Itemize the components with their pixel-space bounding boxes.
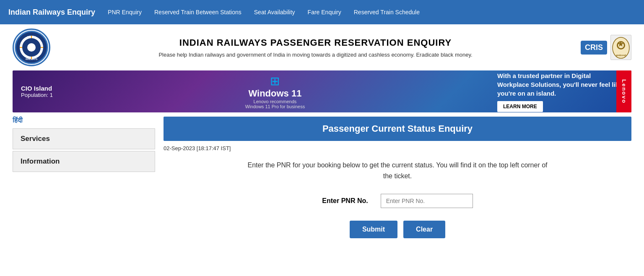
main-title: INDIAN RAILWAYS PASSENGER RESERVATION EN… <box>59 37 572 48</box>
page-title-block: INDIAN RAILWAYS PASSENGER RESERVATION EN… <box>50 37 581 58</box>
page-header: · INDIAN · RAILWAYS INDIAN RAILWAYS PASS… <box>0 24 644 70</box>
sidebar-item-information[interactable]: Information <box>13 151 155 172</box>
sidebar: हिंदी Services Information <box>13 117 155 238</box>
pnr-form-row: Enter PNR No. <box>164 194 631 208</box>
clear-button[interactable]: Clear <box>403 221 445 238</box>
main-layout: हिंदी Services Information Passenger Cur… <box>0 117 644 238</box>
hindi-link[interactable]: हिंदी <box>13 117 155 124</box>
ad-banner: CIO Island Population: 1 ⊞ Windows 11 Le… <box>13 70 631 112</box>
nav-fare-enquiry[interactable]: Fare Enquiry <box>308 9 341 16</box>
pnr-label: Enter PNR No. <box>322 197 368 205</box>
pnr-input[interactable] <box>381 194 473 208</box>
main-subtitle: Please help Indian railways and governme… <box>59 52 572 58</box>
nav-seat-availability[interactable]: Seat Availability <box>254 9 295 16</box>
lenovo-sidebar: Lenovo <box>616 70 631 112</box>
svg-text:सत्यमेव जयते: सत्यमेव जयते <box>615 54 626 57</box>
nav-reserved-train-schedule[interactable]: Reserved Train Schedule <box>354 9 420 16</box>
windows-logo-icon: ⊞ <box>245 74 305 88</box>
ad-windows-section: ⊞ Windows 11 Lenovo recommendsWindows 11… <box>245 74 305 109</box>
railways-logo: · INDIAN · RAILWAYS <box>13 29 50 66</box>
navbar: Indian Railways Enquiry PNR Enquiry Rese… <box>0 0 644 24</box>
button-row: Submit Clear <box>164 221 631 238</box>
content-area: Passenger Current Status Enquiry 02-Sep-… <box>164 117 631 238</box>
windows-subtext: Lenovo recommendsWindows 11 Pro for busi… <box>245 99 305 109</box>
nav-reserved-train-between[interactable]: Reserved Train Between Stations <box>154 9 242 16</box>
brand-title: Indian Railways Enquiry <box>8 8 95 17</box>
cris-emblem: सत्यमेव जयते <box>610 35 631 60</box>
cris-logo-block: CRIS सत्यमेव जयते <box>581 35 631 60</box>
ad-left-text: CIO Island Population: 1 <box>21 85 53 98</box>
learn-more-button[interactable]: LEARN MORE <box>497 101 543 112</box>
timestamp: 02-Sep-2023 [18:17:47 IST] <box>164 145 631 151</box>
sidebar-item-services[interactable]: Services <box>13 128 155 149</box>
windows-text: Windows 11 <box>245 88 305 99</box>
cris-badge: CRIS <box>581 41 607 55</box>
ad-right-text: With a trusted partner in Digital Workpl… <box>497 71 623 112</box>
section-title: Passenger Current Status Enquiry <box>164 117 631 141</box>
instruction-text: Enter the PNR for your booking below to … <box>164 160 631 181</box>
svg-point-3 <box>27 43 36 52</box>
nav-pnr-enquiry[interactable]: PNR Enquiry <box>108 9 142 16</box>
submit-button[interactable]: Submit <box>350 221 397 238</box>
